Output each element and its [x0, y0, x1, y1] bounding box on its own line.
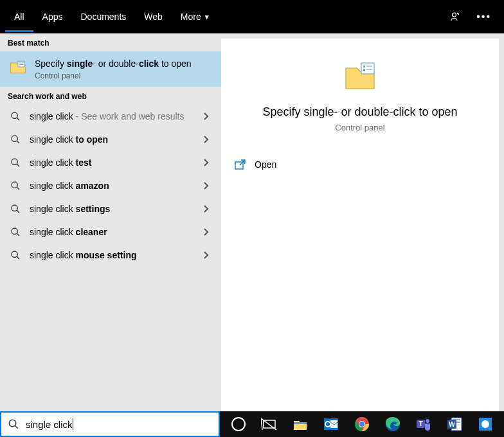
svg-point-12: [12, 205, 17, 211]
taskbar-app-icon[interactable]: [471, 411, 500, 437]
svg-point-16: [12, 251, 17, 257]
chevron-right-icon: [203, 135, 212, 144]
folder-options-icon: [342, 58, 378, 94]
preview-panel: Specify single- or double-click to open …: [221, 39, 499, 411]
chevron-right-icon: [203, 227, 212, 236]
search-icon: [9, 202, 22, 215]
svg-point-47: [482, 420, 489, 428]
svg-point-36: [359, 422, 364, 427]
svg-line-7: [17, 141, 19, 143]
chevron-right-icon: [203, 158, 212, 167]
taskbar-outlook-icon[interactable]: [316, 411, 346, 437]
web-suggestion[interactable]: single click settings: [0, 197, 221, 220]
svg-line-11: [17, 187, 19, 190]
preview-title: Specify single- or double-click to open: [234, 105, 486, 119]
web-suggestion[interactable]: single click cleaner: [0, 220, 221, 244]
chevron-right-icon: [203, 251, 212, 260]
svg-text:T: T: [419, 420, 422, 427]
taskbar-file-explorer-icon[interactable]: [285, 411, 315, 437]
search-input-value: single click: [26, 419, 73, 430]
tab-documents[interactable]: Documents: [71, 1, 135, 32]
suggestion-text: single click test: [30, 157, 195, 168]
tab-more[interactable]: More▼: [172, 1, 219, 32]
chevron-right-icon: [203, 112, 212, 121]
svg-line-25: [15, 425, 18, 429]
svg-rect-18: [361, 63, 374, 74]
svg-rect-30: [294, 422, 307, 424]
suggestion-text: single click to open: [30, 134, 195, 145]
preview-subtitle: Control panel: [234, 123, 486, 132]
svg-rect-1: [18, 61, 25, 67]
suggestion-text: single click - See work and web results: [30, 111, 195, 121]
feedback-icon[interactable]: [442, 6, 469, 28]
svg-line-28: [261, 418, 262, 430]
folder-options-icon: [9, 58, 27, 76]
svg-rect-19: [363, 66, 365, 67]
svg-point-10: [12, 182, 17, 188]
svg-point-4: [12, 112, 17, 118]
web-suggestion[interactable]: single click mouse setting: [0, 244, 221, 267]
svg-line-13: [17, 210, 19, 213]
web-suggestion[interactable]: single click - See work and web results: [0, 105, 221, 128]
tab-web[interactable]: Web: [135, 1, 172, 32]
chevron-right-icon: [203, 204, 212, 213]
search-icon: [9, 133, 22, 146]
open-action[interactable]: Open: [231, 154, 489, 175]
tab-label: Documents: [80, 12, 126, 22]
best-match-result[interactable]: Specify single- or double-click to open …: [0, 51, 221, 87]
results-panel: Best match Specify single- or double-cli…: [0, 33, 221, 411]
svg-line-9: [17, 164, 19, 166]
taskbar-taskview-icon[interactable]: [255, 411, 284, 437]
web-suggestion[interactable]: single click amazon: [0, 174, 221, 197]
search-scope-tabs: All Apps Documents Web More▼ •••: [0, 0, 504, 33]
suggestion-text: single click mouse setting: [30, 250, 195, 260]
search-icon: [9, 110, 22, 123]
section-header-best-match: Best match: [0, 33, 221, 51]
chevron-down-icon: ▼: [204, 13, 210, 21]
chevron-right-icon: [203, 181, 212, 190]
tab-label: All: [14, 12, 24, 22]
tab-label: More: [181, 12, 201, 22]
more-options-icon[interactable]: •••: [469, 6, 499, 28]
svg-point-40: [426, 419, 429, 423]
open-label: Open: [255, 159, 276, 170]
svg-point-8: [12, 159, 17, 165]
svg-point-0: [453, 13, 456, 17]
best-match-subtitle: Control panel: [35, 71, 212, 80]
svg-line-5: [17, 118, 19, 120]
tab-all[interactable]: All: [5, 1, 33, 32]
svg-line-17: [17, 256, 19, 259]
svg-point-24: [9, 420, 16, 427]
tab-label: Apps: [42, 12, 63, 22]
web-suggestion[interactable]: single click test: [0, 151, 221, 174]
taskbar-chrome-icon[interactable]: [347, 411, 377, 437]
best-match-title: Specify single- or double-click to open: [35, 58, 212, 69]
open-icon: [234, 159, 246, 170]
search-icon: [8, 418, 19, 430]
taskbar-word-icon[interactable]: W: [440, 411, 469, 437]
svg-point-26: [232, 418, 245, 431]
svg-rect-21: [363, 69, 365, 71]
section-header-web: Search work and web: [0, 87, 221, 105]
search-icon: [9, 226, 22, 238]
web-suggestion[interactable]: single click to open: [0, 128, 221, 151]
taskbar-edge-icon[interactable]: [378, 411, 408, 437]
taskbar-teams-icon[interactable]: T: [409, 411, 438, 437]
text-cursor: [73, 418, 73, 430]
svg-line-15: [17, 233, 19, 236]
suggestion-text: single click amazon: [30, 181, 195, 191]
search-icon: [9, 156, 22, 169]
suggestion-text: single click settings: [30, 204, 195, 214]
suggestion-text: single click cleaner: [30, 227, 195, 237]
taskbar-cortana-icon[interactable]: [224, 411, 253, 437]
svg-point-6: [12, 136, 17, 141]
tab-label: Web: [144, 12, 163, 22]
taskbar: T W: [220, 411, 504, 437]
svg-point-14: [12, 228, 17, 234]
search-icon: [9, 249, 22, 262]
svg-rect-32: [330, 420, 338, 428]
tab-apps[interactable]: Apps: [33, 1, 72, 32]
search-icon: [9, 179, 22, 192]
search-input-box[interactable]: single click: [0, 411, 220, 437]
